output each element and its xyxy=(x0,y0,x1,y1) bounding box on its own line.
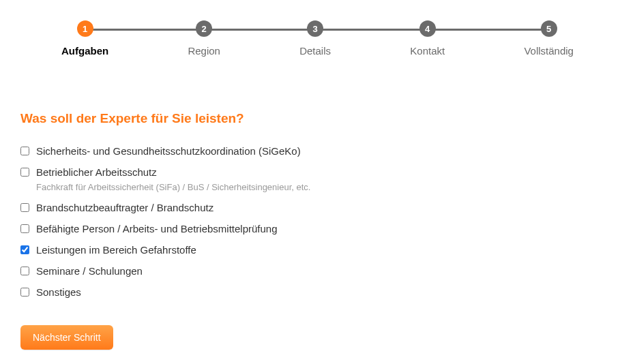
option-gefahrstoffe: Leistungen im Bereich Gefahrstoffe xyxy=(20,244,615,256)
step-label-1: Aufgaben xyxy=(61,45,108,57)
checkbox-seminare[interactable] xyxy=(20,267,29,275)
step-label-3: Details xyxy=(299,45,331,57)
step-aufgaben[interactable]: 1 Aufgaben xyxy=(61,20,108,57)
option-seminare: Seminare / Schulungen xyxy=(20,265,615,277)
option-label: Brandschutzbeauftragter / Brandschutz xyxy=(36,202,213,213)
option-sonstiges: Sonstiges xyxy=(20,286,615,298)
option-label: Sicherheits- und Gesundheitsschutzkoordi… xyxy=(36,145,301,157)
option-arbeitsschutz: Betrieblicher Arbeitsschutz xyxy=(20,166,615,178)
step-region[interactable]: 2 Region xyxy=(188,20,220,57)
step-label-2: Region xyxy=(188,45,220,57)
checkbox-brandschutz[interactable] xyxy=(20,203,29,212)
step-label-5: Vollständig xyxy=(524,45,574,57)
checkbox-gefahrstoffe[interactable] xyxy=(20,245,29,254)
step-circle-4: 4 xyxy=(419,20,436,37)
checkbox-sonstiges[interactable] xyxy=(20,288,29,297)
option-label: Sonstiges xyxy=(36,286,81,298)
option-label: Seminare / Schulungen xyxy=(36,265,143,277)
step-kontakt[interactable]: 4 Kontakt xyxy=(410,20,445,57)
step-circle-1: 1 xyxy=(77,20,93,37)
step-circle-2: 2 xyxy=(196,20,212,37)
step-details[interactable]: 3 Details xyxy=(299,20,331,57)
step-circle-5: 5 xyxy=(541,20,557,37)
step-label-4: Kontakt xyxy=(410,45,445,57)
option-befaehigte-person: Befähigte Person / Arbeits- und Betriebs… xyxy=(20,223,615,234)
option-label: Betrieblicher Arbeitsschutz xyxy=(36,166,157,178)
option-sigeko: Sicherheits- und Gesundheitsschutzkoordi… xyxy=(20,145,615,157)
step-circle-3: 3 xyxy=(307,20,323,37)
form-title: Was soll der Experte für Sie leisten? xyxy=(20,111,615,126)
option-sublabel-arbeitsschutz: Fachkraft für Arbeitssicherheit (SiFa) /… xyxy=(36,182,615,192)
checkbox-sigeko[interactable] xyxy=(20,147,29,155)
checkbox-arbeitsschutz[interactable] xyxy=(20,168,29,177)
option-brandschutz: Brandschutzbeauftragter / Brandschutz xyxy=(20,202,615,213)
option-label: Leistungen im Bereich Gefahrstoffe xyxy=(36,244,196,256)
step-vollstaendig[interactable]: 5 Vollständig xyxy=(524,20,574,57)
options-list: Sicherheits- und Gesundheitsschutzkoordi… xyxy=(20,145,615,298)
checkbox-befaehigte-person[interactable] xyxy=(20,224,29,233)
option-label: Befähigte Person / Arbeits- und Betriebs… xyxy=(36,223,278,234)
stepper: 1 Aufgaben 2 Region 3 Details 4 Kontakt … xyxy=(20,14,615,57)
next-button[interactable]: Nächster Schritt xyxy=(20,325,113,350)
